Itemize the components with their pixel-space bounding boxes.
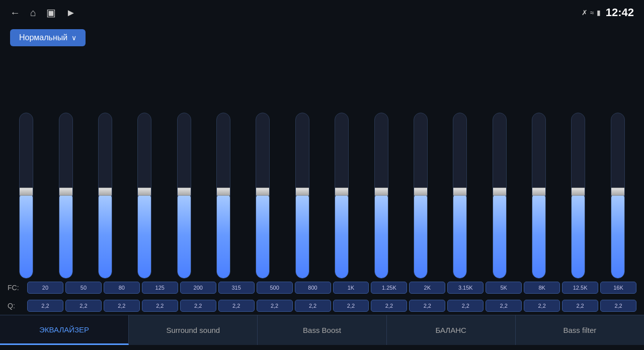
fc-badge-50[interactable]: 50 [65, 282, 102, 294]
q-badge-20[interactable]: 2,2 [27, 300, 63, 312]
q-badge-3.15K[interactable]: 2,2 [447, 300, 484, 312]
slider-thumb-50[interactable] [59, 188, 73, 196]
fc-badge-1K[interactable]: 1K [333, 282, 369, 294]
q-badge-16K[interactable]: 2,2 [600, 300, 636, 312]
clock: 12:42 [606, 6, 634, 19]
slider-col-1.25K [362, 113, 399, 279]
wifi-icon: ≈ [590, 9, 594, 17]
fc-badge-200[interactable]: 200 [180, 282, 216, 294]
back-icon[interactable]: ← [10, 7, 20, 19]
slider-thumb-5K[interactable] [493, 188, 507, 196]
fc-badge-16K[interactable]: 16K [600, 282, 636, 294]
slider-col-800 [284, 113, 321, 279]
q-badge-500[interactable]: 2,2 [257, 300, 293, 312]
fc-row: FC: 2050801252003155008001K1.25K2K3.15K5… [5, 279, 639, 297]
slider-col-125 [126, 113, 163, 279]
nav-icons: ← ⌂ ▣ ► [10, 7, 76, 19]
slider-track-8K[interactable] [532, 113, 546, 279]
q-badge-8K[interactable]: 2,2 [524, 300, 560, 312]
slider-fill-125 [138, 192, 151, 278]
slider-fill-500 [256, 192, 269, 278]
slider-track-50[interactable] [59, 113, 73, 279]
eq-sliders-area [5, 53, 639, 279]
fc-badge-315[interactable]: 315 [218, 282, 255, 294]
tab-equalizer[interactable]: ЭКВАЛАЙЗЕР [0, 315, 129, 345]
slider-thumb-1K[interactable] [335, 188, 349, 196]
slider-track-80[interactable] [98, 113, 112, 279]
fc-badge-5K[interactable]: 5K [486, 282, 522, 294]
tab-bassboost[interactable]: Bass Boost [258, 315, 386, 345]
slider-track-1K[interactable] [335, 113, 349, 279]
slider-fill-12.5K [572, 192, 585, 278]
slider-col-3.15K [441, 113, 478, 279]
slider-thumb-1.25K[interactable] [374, 188, 388, 196]
slider-fill-2K [414, 192, 427, 278]
tab-balance[interactable]: БАЛАНС [387, 315, 516, 345]
status-icons: ✗ ≈ ▮ [582, 9, 601, 17]
slider-thumb-8K[interactable] [532, 188, 546, 196]
home-icon[interactable]: ⌂ [30, 7, 36, 19]
slider-track-20[interactable] [19, 113, 33, 279]
q-badge-5K[interactable]: 2,2 [486, 300, 522, 312]
play-icon[interactable]: ► [66, 7, 76, 19]
q-badge-800[interactable]: 2,2 [295, 300, 331, 312]
slider-track-500[interactable] [256, 113, 270, 279]
fc-badge-20[interactable]: 20 [27, 282, 63, 294]
q-badge-1.25K[interactable]: 2,2 [371, 300, 407, 312]
slider-track-5K[interactable] [493, 113, 507, 279]
tab-bassfilter[interactable]: Bass filter [516, 315, 644, 345]
slider-thumb-2K[interactable] [414, 188, 428, 196]
slider-track-2K[interactable] [414, 113, 428, 279]
equalizer-main: FC: 2050801252003155008001K1.25K2K3.15K5… [0, 50, 644, 315]
slider-thumb-16K[interactable] [611, 188, 625, 196]
slider-thumb-12.5K[interactable] [571, 188, 585, 196]
windows-icon[interactable]: ▣ [46, 7, 56, 19]
fc-badge-800[interactable]: 800 [295, 282, 331, 294]
fc-badge-125[interactable]: 125 [142, 282, 178, 294]
fc-badge-2K[interactable]: 2K [409, 282, 445, 294]
tab-surround[interactable]: Surround sound [129, 315, 258, 345]
slider-track-315[interactable] [216, 113, 230, 279]
slider-track-12.5K[interactable] [571, 113, 585, 279]
q-badge-200[interactable]: 2,2 [180, 300, 216, 312]
slider-track-200[interactable] [177, 113, 191, 279]
slider-fill-5K [493, 192, 506, 278]
preset-button[interactable]: Нормальный ∨ [10, 29, 86, 46]
slider-track-16K[interactable] [611, 113, 625, 279]
slider-thumb-500[interactable] [256, 188, 270, 196]
slider-fill-800 [296, 192, 309, 278]
fc-badge-8K[interactable]: 8K [524, 282, 560, 294]
slider-track-3.15K[interactable] [453, 113, 467, 279]
slider-col-500 [244, 113, 281, 279]
slider-thumb-80[interactable] [98, 188, 112, 196]
q-badge-1K[interactable]: 2,2 [333, 300, 369, 312]
slider-thumb-800[interactable] [295, 188, 309, 196]
fc-badge-12.5K[interactable]: 12.5K [562, 282, 598, 294]
slider-thumb-315[interactable] [216, 188, 230, 196]
fc-badge-1.25K[interactable]: 1.25K [371, 282, 407, 294]
slider-fill-50 [59, 192, 72, 278]
q-badge-2K[interactable]: 2,2 [409, 300, 445, 312]
fc-badge-80[interactable]: 80 [104, 282, 140, 294]
slider-col-8K [520, 113, 557, 279]
fc-badge-3.15K[interactable]: 3.15K [447, 282, 484, 294]
fc-badge-500[interactable]: 500 [257, 282, 293, 294]
slider-thumb-200[interactable] [177, 188, 191, 196]
q-badge-125[interactable]: 2,2 [142, 300, 178, 312]
slider-col-50 [47, 113, 84, 279]
slider-col-80 [87, 113, 124, 279]
slider-thumb-20[interactable] [19, 188, 33, 196]
slider-track-125[interactable] [137, 113, 151, 279]
q-badge-80[interactable]: 2,2 [104, 300, 140, 312]
slider-thumb-3.15K[interactable] [453, 188, 467, 196]
slider-track-800[interactable] [295, 113, 309, 279]
q-badge-50[interactable]: 2,2 [65, 300, 102, 312]
slider-fill-1.25K [375, 192, 388, 278]
slider-fill-16K [611, 192, 624, 278]
slider-thumb-125[interactable] [137, 188, 151, 196]
slider-fill-80 [99, 192, 112, 278]
q-badge-12.5K[interactable]: 2,2 [562, 300, 598, 312]
q-badge-315[interactable]: 2,2 [218, 300, 255, 312]
slider-track-1.25K[interactable] [374, 113, 388, 279]
bottom-tabs: ЭКВАЛАЙЗЕРSurround soundBass BoostБАЛАНС… [0, 315, 644, 345]
